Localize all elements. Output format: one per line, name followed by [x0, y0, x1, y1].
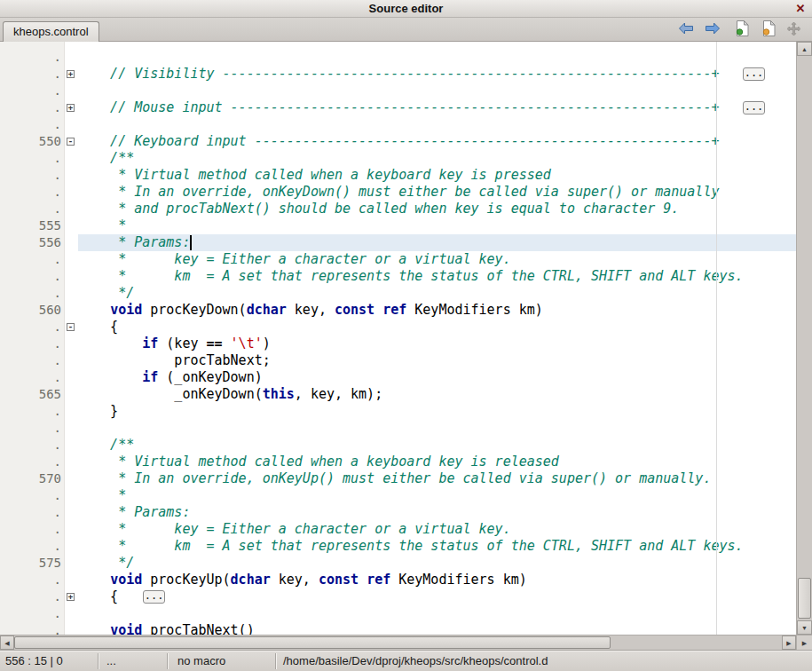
code-line[interactable]: 555 * [0, 217, 796, 234]
vertical-scrollbar-thumb[interactable] [798, 578, 811, 619]
code-line[interactable]: 570 * In an override, onKeyUp() must eit… [0, 470, 796, 487]
fold-expand-icon[interactable]: + [67, 104, 75, 112]
line-number[interactable]: 555 [0, 217, 65, 234]
line-number[interactable]: . [0, 116, 65, 133]
line-number[interactable]: 575 [0, 555, 65, 572]
line-number[interactable]: . [0, 184, 65, 201]
code-line[interactable]: . * Params: [0, 504, 796, 521]
line-number[interactable]: . [0, 538, 65, 555]
line-number[interactable]: . [0, 504, 65, 521]
code-text[interactable] [78, 116, 796, 133]
line-number[interactable]: . [0, 622, 65, 635]
code-line[interactable]: . if (key == '\t') [0, 336, 796, 352]
code-line[interactable]: . * Virtual method called when a keyboar… [0, 454, 796, 470]
code-text[interactable]: * Params: [78, 234, 796, 251]
code-text[interactable] [78, 49, 796, 66]
collapsed-code-ellipsis[interactable]: ... [143, 590, 165, 604]
code-line[interactable]: . */ [0, 285, 796, 302]
code-text[interactable]: {... [78, 588, 796, 605]
vertical-scrollbar[interactable]: ▲ ▼ [796, 42, 812, 635]
code-text[interactable]: void procTabNext() [78, 622, 796, 635]
code-text[interactable]: * Virtual method called when a keyboard … [78, 167, 796, 184]
close-icon[interactable]: ✕ [793, 0, 808, 18]
code-text[interactable] [78, 420, 796, 437]
code-line[interactable]: . * In an override, onKeyDown() must eit… [0, 184, 796, 201]
line-number[interactable]: . [0, 83, 65, 99]
collapsed-code-ellipsis[interactable]: ... [743, 67, 765, 81]
line-number[interactable]: . [0, 201, 65, 217]
code-line[interactable]: . [0, 49, 796, 66]
code-line[interactable]: .+ // Mouse input ----------------------… [0, 99, 796, 116]
next-location-button[interactable] [703, 21, 722, 39]
code-line[interactable]: .+ // Visibility -----------------------… [0, 66, 796, 83]
code-line[interactable]: . void procTabNext() [0, 622, 796, 635]
code-text[interactable]: } [78, 403, 796, 420]
code-line[interactable]: . * km = A set that represents the statu… [0, 538, 796, 555]
line-number[interactable]: . [0, 454, 65, 470]
code-text[interactable] [78, 83, 796, 99]
code-text[interactable]: * and procTabNext() should be called whe… [78, 201, 796, 217]
line-number[interactable]: . [0, 150, 65, 167]
line-number[interactable]: . [0, 251, 65, 268]
line-number[interactable]: . [0, 605, 65, 622]
code-line[interactable]: . * km = A set that represents the statu… [0, 268, 796, 285]
code-line[interactable]: . * Virtual method called when a keyboar… [0, 167, 796, 184]
line-number[interactable]: . [0, 66, 65, 83]
line-number[interactable]: 556 [0, 234, 65, 251]
horizontal-scrollbar[interactable]: ◀ ▶ [0, 635, 796, 650]
line-number[interactable]: . [0, 285, 65, 302]
code-line[interactable]: . * and procTabNext() should be called w… [0, 201, 796, 217]
code-text[interactable]: if (key == '\t') [78, 336, 796, 352]
code-text[interactable]: // Keyboard input ----------------------… [78, 133, 796, 150]
code-line[interactable]: . * key = Either a character or a virtua… [0, 251, 796, 268]
fold-collapse-icon[interactable]: - [67, 138, 75, 146]
code-line[interactable]: . if (_onKeyDown) [0, 369, 796, 386]
line-number[interactable]: . [0, 167, 65, 184]
prev-location-button[interactable] [676, 21, 696, 39]
code-text[interactable]: * km = A set that represents the status … [78, 538, 796, 555]
line-number[interactable]: . [0, 521, 65, 538]
code-text[interactable]: // Visibility --------------------------… [78, 66, 796, 83]
code-text[interactable]: void procKeyDown(dchar key, const ref Ke… [78, 302, 796, 319]
fold-expand-icon[interactable]: + [67, 70, 75, 78]
code-line[interactable]: . [0, 83, 796, 99]
code-line[interactable]: 565 _onKeyDown(this, key, km); [0, 386, 796, 403]
code-line[interactable]: . procTabNext; [0, 352, 796, 369]
scroll-left-button[interactable]: ◀ [0, 635, 14, 650]
code-text[interactable]: { [78, 319, 796, 336]
scrollbar-corner[interactable]: ▶ [796, 635, 812, 650]
code-line[interactable]: .- { [0, 319, 796, 336]
code-text[interactable]: */ [78, 555, 796, 572]
code-line[interactable]: . [0, 605, 796, 622]
document-orange-button[interactable] [759, 21, 778, 39]
scroll-down-button[interactable]: ▼ [797, 620, 812, 635]
code-text[interactable]: * [78, 217, 796, 234]
line-number[interactable]: . [0, 572, 65, 588]
line-number[interactable]: 570 [0, 470, 65, 487]
code-text[interactable]: /** [78, 150, 796, 167]
code-line[interactable]: . * key = Either a character or a virtua… [0, 521, 796, 538]
line-number[interactable]: . [0, 49, 65, 66]
code-text[interactable]: * [78, 487, 796, 504]
line-number[interactable]: . [0, 369, 65, 386]
line-number[interactable]: . [0, 487, 65, 504]
code-text[interactable]: if (_onKeyDown) [78, 369, 796, 386]
line-number[interactable]: . [0, 268, 65, 285]
line-number[interactable]: . [0, 99, 65, 116]
code-line[interactable]: . void procKeyUp(dchar key, const ref Ke… [0, 572, 796, 588]
code-text[interactable]: */ [78, 285, 796, 302]
document-green-button[interactable] [732, 21, 752, 39]
code-line[interactable]: 556 * Params: [0, 234, 796, 251]
line-number[interactable]: . [0, 403, 65, 420]
line-number[interactable]: . [0, 319, 65, 336]
collapsed-code-ellipsis[interactable]: ... [743, 101, 765, 114]
code-editor[interactable]: ..+ // Visibility ----------------------… [0, 42, 796, 635]
code-text[interactable]: _onKeyDown(this, key, km); [78, 386, 796, 403]
code-text[interactable]: * In an override, onKeyDown() must eithe… [78, 184, 796, 201]
line-number[interactable]: . [0, 588, 65, 605]
code-line[interactable]: . [0, 420, 796, 437]
scroll-up-button[interactable]: ▲ [797, 42, 812, 56]
code-text[interactable]: procTabNext; [78, 352, 796, 369]
code-line[interactable]: 560 void procKeyDown(dchar key, const re… [0, 302, 796, 319]
code-text[interactable]: // Mouse input -------------------------… [78, 99, 796, 116]
